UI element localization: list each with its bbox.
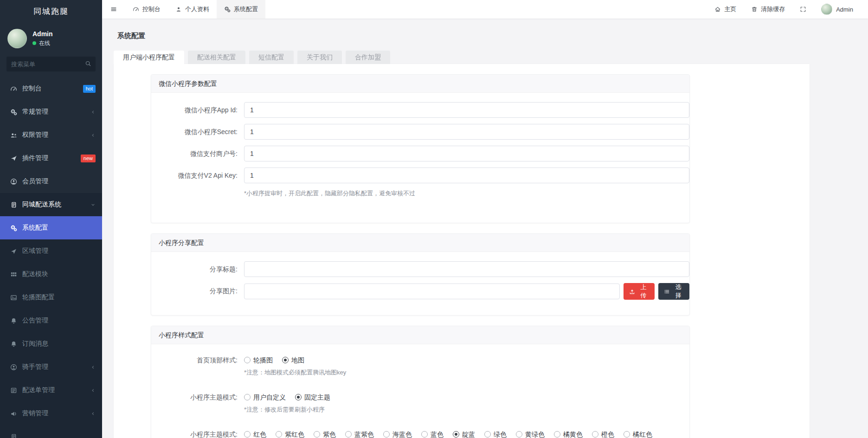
hot-badge: hot bbox=[83, 85, 96, 93]
sidebar-search bbox=[6, 57, 96, 71]
radio-option[interactable]: 橘黄色 bbox=[554, 430, 583, 438]
user-status: 在线 bbox=[32, 39, 53, 47]
field-note: *小程序提审时，开启此配置，隐藏部分隐私配置，避免审核不过 bbox=[244, 189, 689, 198]
home-link[interactable]: 主页 bbox=[707, 0, 744, 19]
field-note: *注意：修改后需要刷新小程序 bbox=[244, 406, 689, 414]
radio-option[interactable]: 海蓝色 bbox=[383, 430, 412, 438]
tab-delivery-config[interactable]: 配送相关配置 bbox=[188, 51, 245, 64]
chevron-left-icon bbox=[90, 411, 96, 416]
dashboard-icon bbox=[133, 6, 139, 13]
form-row: 微信小程序App Id: bbox=[151, 102, 689, 118]
sidebar-toggle-button[interactable] bbox=[102, 0, 125, 19]
document-icon bbox=[10, 433, 17, 438]
wechat-secret-input[interactable] bbox=[244, 124, 689, 140]
radio-option[interactable]: 用户自定义 bbox=[244, 393, 286, 402]
radio-icon bbox=[314, 431, 320, 438]
sidebar-item-region[interactable]: 区域管理 bbox=[0, 239, 102, 263]
topnav-console[interactable]: 控制台 bbox=[125, 0, 168, 19]
style-config-card: 小程序样式配置 首页顶部样式: 轮播图 地图 bbox=[151, 326, 690, 438]
radio-option[interactable]: 靛蓝 bbox=[453, 430, 475, 438]
sidebar-item-general[interactable]: 常规管理 bbox=[0, 100, 102, 123]
search-icon[interactable] bbox=[85, 60, 91, 67]
radio-option[interactable]: 蓝紫色 bbox=[345, 430, 374, 438]
tab-user-miniapp-config[interactable]: 用户端小程序配置 bbox=[114, 51, 184, 64]
field-label: 分享图片: bbox=[151, 283, 244, 300]
document-icon bbox=[10, 201, 17, 208]
clear-cache-link[interactable]: 清除缓存 bbox=[744, 0, 792, 19]
radio-option[interactable]: 橙色 bbox=[592, 430, 614, 438]
expand-icon bbox=[800, 6, 806, 13]
topnav-profile[interactable]: 个人资料 bbox=[168, 0, 217, 19]
topnav-system-config[interactable]: 系统配置 bbox=[217, 0, 265, 19]
page-title: 系统配置 bbox=[102, 19, 868, 40]
radio-icon bbox=[383, 431, 390, 438]
tab-panel: 微信小程序参数配置 微信小程序App Id: 微信小程序Secret: 微信支付… bbox=[114, 64, 810, 438]
radio-icon bbox=[244, 394, 251, 400]
upload-button[interactable]: 上传 bbox=[624, 283, 655, 300]
avatar bbox=[821, 4, 832, 15]
wechat-params-card: 微信小程序参数配置 微信小程序App Id: 微信小程序Secret: 微信支付… bbox=[151, 74, 690, 223]
paper-plane-icon bbox=[10, 155, 17, 162]
share-title-input[interactable] bbox=[244, 261, 689, 277]
grid-icon bbox=[10, 271, 17, 278]
wechat-merchant-input[interactable] bbox=[244, 146, 689, 161]
share-image-input[interactable] bbox=[244, 283, 620, 299]
card-title: 微信小程序参数配置 bbox=[151, 75, 689, 93]
config-tabs: 用户端小程序配置 配送相关配置 短信配置 关于我们 合作加盟 bbox=[114, 51, 868, 64]
field-label: 微信小程序Secret: bbox=[151, 124, 244, 140]
sidebar-item-delivery-module[interactable]: 配送模块 bbox=[0, 263, 102, 286]
online-dot-icon bbox=[32, 41, 36, 45]
sidebar-menu: 控制台 hot 常规管理 权限管理 插件管理 new 会员管理 同城配送系统 bbox=[0, 77, 102, 438]
wechat-apikey-input[interactable] bbox=[244, 167, 689, 183]
sidebar-item-carousel[interactable]: 轮播图配置 bbox=[0, 286, 102, 309]
users-icon bbox=[10, 132, 17, 139]
tab-cooperation[interactable]: 合作加盟 bbox=[346, 51, 390, 64]
sidebar-item-subscribe-message[interactable]: 订阅消息 bbox=[0, 332, 102, 355]
dashboard-icon bbox=[10, 85, 17, 92]
sidebar-item-announcement[interactable]: 公告管理 bbox=[0, 309, 102, 332]
choose-button[interactable]: 选择 bbox=[658, 283, 689, 300]
list-icon bbox=[10, 387, 17, 394]
radio-option[interactable]: 绿色 bbox=[484, 430, 507, 438]
field-label: 微信支付V2 Api Key: bbox=[151, 167, 244, 183]
radio-icon bbox=[624, 431, 630, 438]
form-row: 分享标题: bbox=[151, 261, 689, 277]
radio-icon bbox=[484, 431, 491, 438]
menu-search-input[interactable] bbox=[6, 57, 96, 71]
wechat-appid-input[interactable] bbox=[244, 102, 689, 118]
field-label: 小程序主题模式: bbox=[151, 393, 244, 402]
radio-option[interactable]: 橘红色 bbox=[624, 430, 652, 438]
field-label: 小程序主题模式: bbox=[151, 430, 244, 438]
radio-option[interactable]: 黄绿色 bbox=[516, 430, 545, 438]
radio-option[interactable]: 红色 bbox=[244, 430, 266, 438]
radio-option[interactable]: 蓝色 bbox=[421, 430, 444, 438]
radio-icon bbox=[516, 431, 522, 438]
radio-option[interactable]: 紫红色 bbox=[276, 430, 304, 438]
sidebar-item-system-config[interactable]: 系统配置 bbox=[0, 216, 102, 239]
sidebar-item-delivery-system[interactable]: 同城配送系统 bbox=[0, 193, 102, 216]
topbar: 控制台 个人资料 系统配置 主页 清除缓存 Admin bbox=[102, 0, 868, 19]
radio-option[interactable]: 轮播图 bbox=[244, 355, 273, 365]
fullscreen-button[interactable] bbox=[792, 0, 814, 19]
sidebar-item-permissions[interactable]: 权限管理 bbox=[0, 123, 102, 147]
sidebar-item-plugins[interactable]: 插件管理 new bbox=[0, 147, 102, 170]
radio-option[interactable]: 地图 bbox=[282, 355, 304, 365]
field-label: 分享标题: bbox=[151, 261, 244, 277]
list-icon bbox=[664, 289, 670, 295]
tab-about-us[interactable]: 关于我们 bbox=[297, 51, 342, 64]
topbar-user-menu[interactable]: Admin bbox=[814, 0, 861, 19]
sidebar-item-members[interactable]: 会员管理 bbox=[0, 170, 102, 193]
radio-option[interactable]: 固定主题 bbox=[295, 393, 330, 402]
sidebar-item-partial[interactable] bbox=[0, 425, 102, 438]
radio-icon bbox=[554, 431, 560, 438]
tab-sms-config[interactable]: 短信配置 bbox=[249, 51, 294, 64]
form-row: 小程序主题模式: 红色 紫红色 bbox=[151, 430, 689, 438]
sidebar-item-delivery-orders[interactable]: 配送单管理 bbox=[0, 379, 102, 402]
sidebar-item-dashboard[interactable]: 控制台 hot bbox=[0, 77, 102, 100]
form-row: 分享图片: 上传 选择 bbox=[151, 283, 689, 300]
card-title: 小程序分享配置 bbox=[151, 234, 689, 252]
radio-option[interactable]: 紫色 bbox=[314, 430, 336, 438]
sidebar-item-marketing[interactable]: 营销管理 bbox=[0, 402, 102, 425]
sidebar-item-rider[interactable]: 骑手管理 bbox=[0, 355, 102, 379]
gears-icon bbox=[10, 109, 17, 116]
